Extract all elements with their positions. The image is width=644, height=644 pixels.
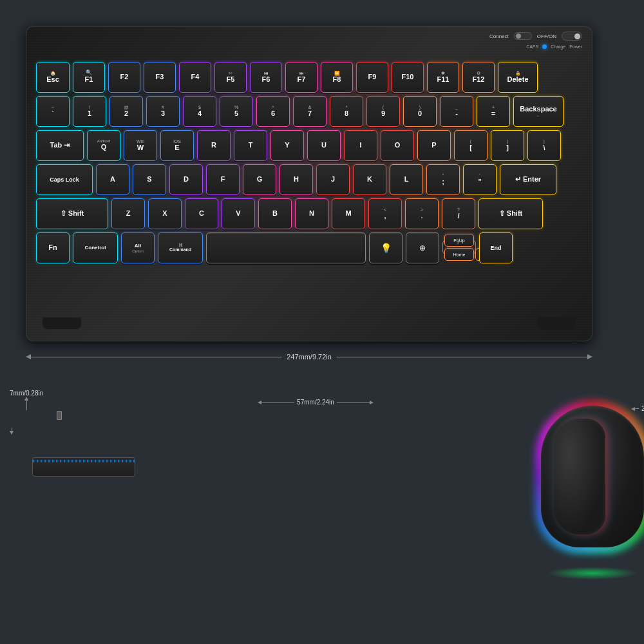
key-home[interactable]: Home	[444, 248, 474, 261]
key-f5[interactable]: ✂ F5	[214, 62, 247, 93]
key-y[interactable]: Y	[270, 130, 304, 161]
keyboard-controls: Connect OFF/ON	[489, 32, 582, 41]
key-semi[interactable]: " ;	[426, 164, 460, 195]
asdf-key-row: Caps Lock A S D F G	[36, 164, 582, 195]
key-delete[interactable]: 🔒 Delete	[498, 62, 538, 93]
key-comma[interactable]: < ,	[368, 198, 402, 229]
thickness-dimension: 7mm/0.28in	[10, 390, 43, 410]
keyboard-top-section: 150mm/5.91in Connect OFF/ON CAPS	[0, 0, 644, 374]
key-f8[interactable]: ⏩ F8	[321, 62, 353, 93]
thickness-label: 7mm/0.28in	[10, 390, 43, 397]
key-f[interactable]: F	[206, 164, 240, 195]
key-4[interactable]: $ 4	[183, 96, 216, 127]
mouse-body-side	[554, 419, 605, 535]
key-pgup[interactable]: PgUp	[444, 234, 474, 247]
key-a[interactable]: A	[96, 164, 129, 195]
key-space[interactable]	[206, 232, 366, 263]
caps-indicator-label: CAPS	[526, 44, 538, 49]
key-0[interactable]: ) 0	[403, 96, 437, 127]
key-rshift[interactable]: ⇧ Shift	[478, 198, 543, 229]
key-b[interactable]: B	[258, 198, 292, 229]
key-f12[interactable]: ⚙ F12	[462, 62, 495, 93]
key-f4[interactable]: F4	[179, 62, 211, 93]
zxcv-key-row: ⇧ Shift Z X C V B	[36, 198, 582, 229]
key-lshift[interactable]: ⇧ Shift	[36, 198, 108, 229]
key-k[interactable]: K	[353, 164, 386, 195]
key-equal[interactable]: + =	[477, 96, 510, 127]
indicator-row: CAPS Charge Power	[526, 44, 582, 49]
key-esc[interactable]: 🏠 Esc	[36, 62, 70, 93]
key-7[interactable]: & 7	[293, 96, 327, 127]
key-o[interactable]: O	[381, 130, 414, 161]
key-cmd[interactable]: ⌘ Command	[158, 232, 203, 263]
offon-switch[interactable]	[562, 32, 582, 41]
key-f6[interactable]: ⏮ F6	[250, 62, 282, 93]
key-capslock[interactable]: Caps Lock	[36, 164, 93, 195]
key-s[interactable]: S	[133, 164, 166, 195]
key-i[interactable]: I	[344, 130, 377, 161]
mouse-depth-label: 27mm/1.06in	[639, 405, 644, 412]
keyboard-side-view	[32, 457, 135, 477]
key-v[interactable]: V	[222, 198, 255, 229]
key-backlight[interactable]: 💡	[369, 232, 402, 263]
key-f10[interactable]: F10	[392, 62, 424, 93]
key-pipe[interactable]: | \	[527, 130, 561, 161]
key-tab[interactable]: Tab ⇥	[36, 130, 84, 161]
key-tilde[interactable]: ~ `	[36, 96, 70, 127]
key-2[interactable]: @ 2	[109, 96, 143, 127]
mouse-width-label: 57mm/2.24in	[294, 399, 337, 406]
key-3[interactable]: # 3	[146, 96, 180, 127]
key-quote[interactable]: ' "	[463, 164, 497, 195]
key-f9[interactable]: F9	[356, 62, 388, 93]
key-backspace[interactable]: Backspace ←	[513, 96, 564, 127]
number-key-row: ~ ` ! 1 @ 2 # 3	[36, 96, 582, 127]
key-1[interactable]: ! 1	[73, 96, 106, 127]
key-x[interactable]: X	[148, 198, 182, 229]
key-z[interactable]: Z	[111, 198, 145, 229]
key-w[interactable]: Win W	[124, 130, 157, 161]
key-m[interactable]: M	[332, 198, 365, 229]
key-p[interactable]: P	[417, 130, 451, 161]
key-9[interactable]: ( 9	[366, 96, 400, 127]
key-special2[interactable]: ⊕	[406, 232, 439, 263]
key-l[interactable]: L	[390, 164, 423, 195]
qwerty-key-row: Tab ⇥ Android Q Win W iOS E	[36, 130, 582, 161]
key-5[interactable]: % 5	[220, 96, 253, 127]
key-d[interactable]: D	[169, 164, 203, 195]
key-q[interactable]: Android Q	[87, 130, 120, 161]
key-h[interactable]: H	[279, 164, 313, 195]
key-n[interactable]: N	[295, 198, 328, 229]
key-f11[interactable]: ✱ F11	[427, 62, 459, 93]
key-minus[interactable]: _ -	[440, 96, 473, 127]
key-f3[interactable]: F3	[144, 62, 176, 93]
key-dot[interactable]: > .	[405, 198, 439, 229]
key-u[interactable]: U	[307, 130, 341, 161]
key-alt[interactable]: Alt Option	[121, 232, 155, 263]
key-g[interactable]: G	[243, 164, 276, 195]
key-8[interactable]: * 8	[330, 96, 363, 127]
key-t[interactable]: T	[234, 130, 267, 161]
mouse-depth-dimension: 27mm/1.06in	[631, 405, 644, 412]
key-end[interactable]: End	[479, 232, 513, 263]
mouse-width-dimension: 57mm/2.24in	[258, 399, 374, 406]
key-f1[interactable]: 🔍 F1	[73, 62, 105, 93]
key-control[interactable]: Conetrol	[73, 232, 118, 263]
tablet-stand-right	[537, 317, 576, 329]
key-r[interactable]: R	[197, 130, 231, 161]
function-key-row: 🏠 Esc 🔍 F1 F2 F3 F4	[36, 62, 582, 93]
key-6[interactable]: ^ 6	[256, 96, 290, 127]
key-lbrace[interactable]: { [	[454, 130, 488, 161]
key-f2[interactable]: F2	[108, 62, 140, 93]
key-slash[interactable]: ? /	[442, 198, 475, 229]
key-fn[interactable]: Fn	[36, 232, 70, 263]
key-e[interactable]: iOS E	[160, 130, 194, 161]
keyboard-body: Connect OFF/ON CAPS Charge Power	[26, 26, 592, 341]
key-f7[interactable]: ⏭ F7	[285, 62, 317, 93]
connect-switch[interactable]	[514, 32, 532, 40]
key-enter[interactable]: ↵ Enter	[500, 164, 556, 195]
key-rbrace[interactable]: } ]	[491, 130, 524, 161]
key-c[interactable]: C	[185, 198, 218, 229]
bluetooth-indicator	[542, 44, 547, 49]
key-pgup-cell: PgUp Home PgDn	[442, 240, 476, 254]
key-j[interactable]: J	[316, 164, 350, 195]
